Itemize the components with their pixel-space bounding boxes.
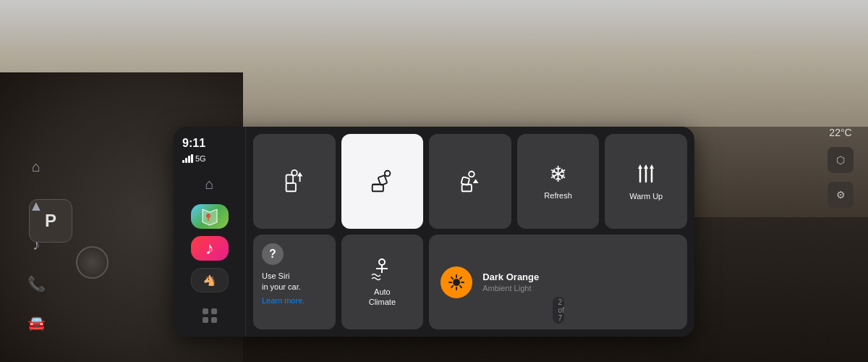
bluetooth-icon[interactable]: ⬡ xyxy=(827,147,854,173)
tile-warmup[interactable]: Warm Up xyxy=(605,134,687,229)
ambient-color-name: Dark Orange xyxy=(482,272,539,282)
climate-icon xyxy=(369,257,395,283)
svg-line-35 xyxy=(451,277,453,278)
svg-marker-26 xyxy=(650,164,654,169)
right-panel: 22°C ⬡ ⚙ xyxy=(827,127,854,208)
ambient-light-circle xyxy=(441,266,472,298)
svg-marker-24 xyxy=(644,164,648,169)
nav-phone-icon[interactable]: 📞 xyxy=(22,269,51,298)
siri-learn-more-link[interactable]: Learn more. xyxy=(262,296,305,305)
tile-seat-forward[interactable] xyxy=(253,134,336,229)
nav-maps-icon[interactable]: ▲ xyxy=(22,191,51,220)
seat-recline-icon xyxy=(368,168,396,195)
carplay-time: 9:11 xyxy=(179,135,239,151)
tile-refresh-label: Refresh xyxy=(544,191,572,201)
tile-seat-down[interactable] xyxy=(429,134,511,229)
siri-question-icon: ? xyxy=(262,243,284,265)
sidebar-item-all-apps[interactable] xyxy=(191,303,229,328)
svg-point-15 xyxy=(385,170,391,176)
settings-icon[interactable]: ⚙ xyxy=(827,182,854,208)
carplay-screen: 9:11 5G ⌂ ♪ 🐴 xyxy=(174,127,694,337)
sidebar-item-porsche[interactable]: 🐴 xyxy=(191,268,229,293)
svg-marker-22 xyxy=(638,164,642,169)
carplay-signal: 5G xyxy=(179,154,239,167)
maps-icon xyxy=(200,206,220,227)
tile-warmup-label: Warm Up xyxy=(629,192,663,201)
temperature-display: 22°C xyxy=(829,127,851,138)
svg-rect-6 xyxy=(203,317,208,323)
ambient-info: Dark Orange Ambient Light xyxy=(482,272,539,292)
svg-marker-12 xyxy=(297,172,303,176)
svg-point-2 xyxy=(206,214,210,218)
svg-rect-8 xyxy=(286,182,295,190)
tile-ambient[interactable]: Dark Orange Ambient Light 2 of 7 xyxy=(429,235,687,329)
heat-lines-icon xyxy=(633,161,659,188)
control-knob[interactable] xyxy=(76,246,109,279)
seat-down-icon xyxy=(456,168,484,195)
sidebar-item-home[interactable]: ⌂ xyxy=(191,172,229,197)
tile-seat-recline[interactable] xyxy=(341,134,424,229)
tile-climate[interactable]: AutoClimate xyxy=(341,235,424,329)
siri-text: Use Siriin your car. xyxy=(262,271,301,293)
seat-forward-icon xyxy=(281,168,308,195)
sun-icon xyxy=(448,274,465,291)
network-type: 5G xyxy=(195,154,206,163)
ambient-type: Ambient Light xyxy=(482,284,539,292)
sidebar-item-maps[interactable] xyxy=(191,204,229,229)
svg-point-27 xyxy=(379,259,385,265)
svg-point-30 xyxy=(453,279,460,286)
carplay-sidebar: 9:11 5G ⌂ ♪ 🐴 xyxy=(174,127,246,337)
nav-music-icon[interactable]: ♪ xyxy=(22,230,51,259)
ambient-page-indicator: 2 of 7 xyxy=(553,297,564,324)
tile-refresh[interactable]: ❄ Refresh xyxy=(517,134,600,229)
carplay-main: ❄ Refresh Warm Up ? Use Siriin your car.… xyxy=(246,127,694,337)
tile-siri[interactable]: ? Use Siriin your car. Learn more. xyxy=(253,235,336,329)
svg-line-36 xyxy=(460,285,461,287)
svg-rect-9 xyxy=(286,174,293,182)
nav-home-icon[interactable]: ⌂ xyxy=(22,152,51,181)
svg-rect-5 xyxy=(211,308,217,314)
sidebar-item-music[interactable]: ♪ xyxy=(191,236,229,261)
svg-line-38 xyxy=(451,285,453,287)
signal-bars-icon xyxy=(182,154,193,163)
left-nav: ⌂ ▲ ♪ 📞 🚘 xyxy=(22,152,51,337)
nav-car-icon[interactable]: 🚘 xyxy=(22,308,51,337)
tile-climate-label: AutoClimate xyxy=(369,287,396,306)
svg-point-19 xyxy=(469,171,475,177)
svg-rect-18 xyxy=(461,177,470,185)
svg-line-37 xyxy=(460,277,461,278)
svg-rect-7 xyxy=(211,317,217,323)
svg-marker-20 xyxy=(473,179,479,183)
svg-rect-4 xyxy=(203,308,208,314)
svg-point-10 xyxy=(292,169,297,175)
snowflake-icon: ❄ xyxy=(549,161,567,187)
